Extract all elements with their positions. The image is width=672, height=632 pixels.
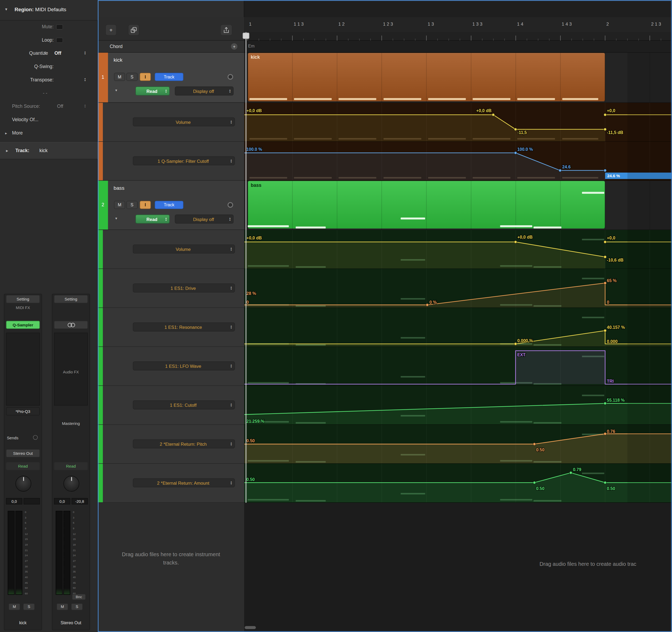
region-inspector-header[interactable]: ▾ Region: MIDI Defaults: [0, 0, 98, 21]
automation-mode-button[interactable]: Read: [6, 462, 40, 470]
lane-parameter-dropdown[interactable]: 1 ES1: LFO Wave▴▾: [133, 361, 235, 371]
svg-text:21.259 %: 21.259 %: [246, 419, 265, 424]
automation-curve-svg[interactable]: +0,0 dB+0,0 dB+0,0-10,6 dB: [244, 230, 672, 269]
gain-value[interactable]: -20,8: [72, 498, 88, 504]
output-slot[interactable]: Stereo Out: [6, 449, 40, 457]
pitch-source-value[interactable]: Off: [57, 104, 63, 109]
quantize-value[interactable]: Off: [54, 50, 61, 55]
chevron-right-icon: ▸: [5, 131, 7, 135]
add-track-button[interactable]: +: [105, 24, 117, 35]
automation-curve-svg[interactable]: 24.6 %100.0 %100.0 %24.6: [244, 142, 672, 181]
svg-text:-11,5: -11,5: [518, 130, 527, 135]
lane-parameter-dropdown[interactable]: 1 ES1: Resonance▴▾: [133, 322, 235, 331]
lane-parameter-dropdown[interactable]: 2 *Eternal Return: Pitch▴▾: [133, 439, 235, 448]
ruler-tick-strip[interactable]: [244, 32, 672, 41]
mute-button[interactable]: M: [114, 201, 125, 209]
automation-mode-button[interactable]: Read: [54, 462, 88, 470]
solo-button[interactable]: S: [126, 73, 138, 81]
automation-lane-row[interactable]: 0.500.500.76: [244, 425, 672, 464]
svg-text:0.76: 0.76: [607, 429, 615, 434]
track-on-button[interactable]: Track: [154, 73, 184, 81]
automation-mode-dropdown[interactable]: Read▴▾: [136, 214, 170, 224]
track-inspector-header[interactable]: ▸ Track: kick: [0, 142, 98, 159]
chord-marker-row[interactable]: Em: [244, 41, 672, 53]
quantize-stepper-icon[interactable]: ▴▾: [45, 51, 46, 55]
lane-parameter-dropdown[interactable]: Volume▴▾: [133, 245, 235, 254]
record-enable-button[interactable]: [227, 74, 233, 80]
pitch-source-stepper-icon[interactable]: ▴▾: [85, 104, 86, 108]
mute-button[interactable]: M: [114, 73, 125, 81]
duplicate-track-button[interactable]: [128, 24, 139, 35]
display-parameter-dropdown[interactable]: Display off▴▾: [175, 86, 234, 96]
automation-lane-row[interactable]: 21.259 %55.118 %: [244, 386, 672, 425]
stepper-icon: ▴▾: [231, 325, 232, 329]
strip-solo-button[interactable]: S: [71, 603, 82, 610]
track-header-bass[interactable]: 2bassMSITrack▾Read▴▾Display off▴▾: [98, 181, 244, 230]
lane-parameter-dropdown[interactable]: 1 Q-Sampler: Filter Cutoff▴▾: [133, 156, 235, 166]
automation-lane-row[interactable]: 24.6 %100.0 %100.0 %24.6: [244, 142, 672, 181]
strip-solo-button[interactable]: S: [23, 603, 35, 610]
stereo-format-button[interactable]: [54, 321, 88, 329]
playhead-handle[interactable]: [242, 32, 249, 39]
audio-fx-panel: [6, 333, 40, 406]
automation-lane-row[interactable]: 0.000 %40.157 %0.000: [244, 308, 672, 347]
automation-curve-svg[interactable]: [244, 181, 672, 230]
automation-lane-row[interactable]: +0,0 dB+0,0 dB-11,5+0,0-11,5 dB: [244, 103, 672, 142]
mute-checkbox[interactable]: [56, 24, 63, 29]
automation-curve-svg[interactable]: 0.500.500.76: [244, 425, 672, 464]
automation-mode-dropdown[interactable]: Read▴▾: [136, 86, 170, 96]
input-monitoring-button[interactable]: I: [140, 201, 151, 209]
display-parameter-dropdown[interactable]: Display off▴▾: [175, 214, 234, 224]
automation-curve-svg[interactable]: 0.500.500.790.50: [244, 464, 672, 503]
pan-knob[interactable]: [63, 476, 79, 491]
more-row[interactable]: ▸ More: [0, 127, 98, 140]
automation-lane-row[interactable]: +0,0 dB+0,0 dB+0,0-10,6 dB: [244, 230, 672, 269]
automation-curve-svg[interactable]: 28 %00 %65 %0: [244, 269, 672, 308]
automation-lane-row[interactable]: 0.500.500.790.50: [244, 464, 672, 503]
send-knob[interactable]: [33, 435, 38, 440]
lane-parameter-dropdown[interactable]: 1 ES1: Cutoff▴▾: [133, 400, 235, 409]
mastering-slot[interactable]: Mastering: [52, 421, 90, 426]
lane-parameter-dropdown[interactable]: 2 *Eternal Return: Amount▴▾: [133, 478, 235, 487]
loop-checkbox[interactable]: [56, 37, 63, 43]
bar-ruler[interactable]: 11 1 31 21 2 31 31 3 31 41 4 322 1 3: [244, 17, 672, 32]
strip-mute-button[interactable]: M: [8, 603, 20, 610]
lane-parameter-dropdown[interactable]: 1 ES1: Drive▴▾: [133, 283, 235, 293]
horizontal-scrollbar-thumb[interactable]: [245, 626, 256, 629]
export-panel-button[interactable]: [220, 24, 232, 35]
automation-curve-svg[interactable]: +0,0 dB+0,0 dB-11,5+0,0-11,5 dB: [244, 103, 672, 142]
automation-curve-svg[interactable]: EXTTRI: [244, 347, 672, 386]
ruler-label: 1 1 3: [293, 21, 304, 26]
automation-curve-svg[interactable]: [244, 53, 672, 103]
audio-fx-slot[interactable]: *Pro-Q3: [6, 407, 40, 415]
timeline-empty-area[interactable]: Drag audio files here to create audio tr…: [244, 503, 672, 632]
volume-value[interactable]: 0,0: [6, 498, 22, 504]
track-header-kick[interactable]: 1kickMSITrack▾Read▴▾Display off▴▾: [98, 53, 244, 103]
automation-curve-svg[interactable]: 0.000 %40.157 %0.000: [244, 308, 672, 347]
track-on-button[interactable]: Track: [154, 201, 184, 209]
solo-button[interactable]: S: [126, 201, 138, 209]
gain-value[interactable]: [24, 498, 40, 504]
input-monitoring-button[interactable]: I: [140, 73, 151, 81]
pan-knob[interactable]: [16, 476, 31, 491]
channel-setting-button[interactable]: Setting: [6, 295, 40, 303]
quantize-value-stepper-icon[interactable]: ▴▾: [85, 51, 86, 55]
volume-value[interactable]: 0,0: [54, 498, 70, 504]
record-enable-button[interactable]: [227, 202, 233, 208]
lane-parameter-dropdown-label: 1 ES1: LFO Wave: [136, 363, 231, 368]
automation-curve-svg[interactable]: 21.259 %55.118 %: [244, 386, 672, 425]
channel-setting-button[interactable]: Setting: [54, 295, 88, 303]
stereo-circles-icon: [66, 322, 76, 327]
transpose-stepper-icon[interactable]: ▴▾: [85, 77, 86, 82]
automation-lane-row[interactable]: EXTTRI: [244, 347, 672, 386]
bounce-button[interactable]: Bnc: [72, 594, 86, 600]
strip-mute-button[interactable]: M: [57, 603, 68, 610]
track-list-empty-area[interactable]: Drag audio files here to create instrume…: [98, 503, 244, 632]
automation-lane-row[interactable]: 28 %00 %65 %0: [244, 269, 672, 308]
lane-parameter-dropdown[interactable]: Volume▴▾: [133, 118, 235, 127]
midi-fx-slot[interactable]: Q-Sampler: [6, 321, 40, 329]
chord-marker[interactable]: Em: [248, 44, 255, 49]
playhead[interactable]: [245, 32, 246, 503]
chord-track-row[interactable]: Chord +: [98, 41, 244, 53]
add-chord-button[interactable]: +: [231, 43, 237, 50]
